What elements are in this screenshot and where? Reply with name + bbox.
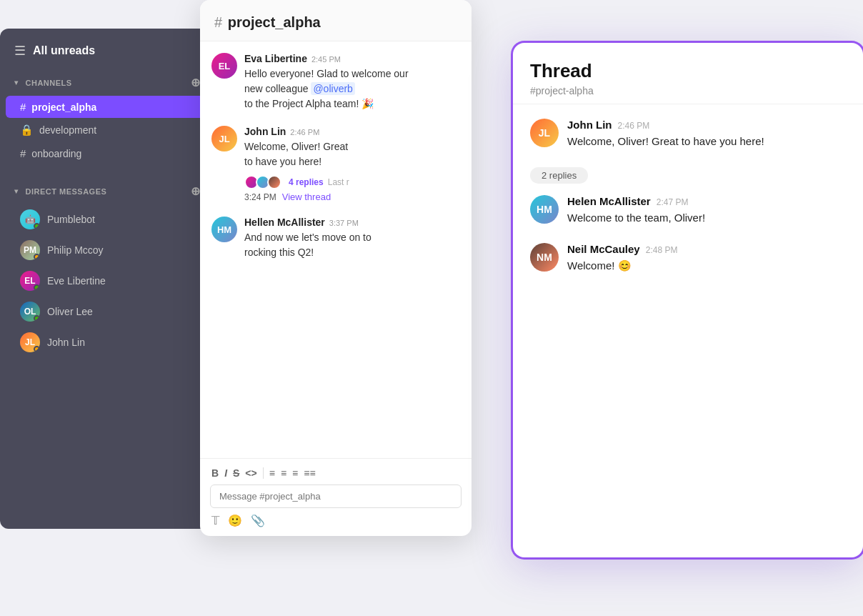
replies-count-pill: 2 replies — [530, 167, 588, 184]
list-item: NM Neil McCauley 2:48 PM Welcome! 😊 — [530, 243, 846, 274]
dm-arrow-icon: ▾ — [14, 187, 19, 195]
thread-msg-text-john: Welcome, Oliver! Great to have you here! — [567, 134, 846, 150]
add-channel-icon[interactable]: ⊕ — [191, 76, 201, 89]
status-pumblebot — [34, 223, 40, 229]
toolbar-divider — [263, 467, 264, 479]
sidebar-item-development[interactable]: 🔒 development — [6, 119, 209, 141]
msg-name-john: John Lin — [244, 126, 286, 137]
thread-channel-name: #project-alpha — [530, 85, 846, 96]
hash-icon-onboarding: # — [20, 147, 26, 159]
dm-item-philip[interactable]: PM Philip Mccoy — [6, 235, 209, 265]
avatar-neil-thread: NM — [530, 243, 559, 272]
thread-msg-text-neil: Welcome! 😊 — [567, 258, 846, 274]
msg-time-eva: 2:45 PM — [311, 55, 341, 64]
ordered-list-button[interactable]: ≡ — [281, 467, 286, 479]
message-content-eva: Eva Libertine 2:45 PM Hello everyone! Gl… — [244, 53, 460, 111]
attach-icon[interactable]: 📎 — [251, 514, 265, 527]
msg-time-john: 2:46 PM — [290, 128, 319, 136]
thread-preview: 4 replies Last r — [244, 175, 460, 189]
thread-msg-text-helen: Welcome to the team, Oliver! — [567, 210, 846, 227]
more-format-button[interactable]: ≡≡ — [304, 467, 315, 479]
emoji-icon[interactable]: 🙂 — [228, 514, 242, 527]
list-item: JL John Lin 2:46 PM Welcome, Oliver! Gre… — [530, 119, 846, 150]
code-button[interactable]: <> — [245, 467, 256, 479]
dm-item-eve[interactable]: EL Eve Libertine — [6, 266, 209, 296]
dm-item-john[interactable]: JL John Lin — [6, 327, 209, 357]
strikethrough-button[interactable]: S — [233, 467, 239, 479]
msg-name-eva: Eva Libertine — [244, 53, 307, 64]
sidebar-item-project-alpha[interactable]: # project_alpha — [6, 96, 209, 118]
italic-button[interactable]: I — [224, 467, 227, 479]
dm-item-oliver[interactable]: OL Oliver Lee — [6, 297, 209, 327]
channel-panel: # project_alpha EL Eva Libertine 2:45 PM… — [200, 0, 472, 536]
dm-name-john: John Lin — [47, 337, 85, 348]
thread-msg-content-neil: Neil McCauley 2:48 PM Welcome! 😊 — [567, 243, 846, 274]
list-button[interactable]: ≡ — [269, 467, 275, 479]
add-dm-icon[interactable]: ⊕ — [191, 184, 201, 198]
status-oliver — [34, 315, 40, 322]
channel-name-development: development — [39, 124, 96, 136]
thread-timestamp: 3:24 PM — [244, 192, 276, 202]
messages-list: EL Eva Libertine 2:45 PM Hello everyone!… — [200, 41, 472, 458]
channel-panel-title: # project_alpha — [214, 14, 457, 31]
dm-section-label: ▾ DIRECT MESSAGES ⊕ — [0, 179, 214, 204]
table-row: EL Eva Libertine 2:45 PM Hello everyone!… — [211, 53, 460, 111]
message-input[interactable] — [210, 485, 462, 508]
avatar-philip: PM — [20, 240, 40, 260]
status-philip — [34, 254, 40, 260]
thread-msg-name-john: John Lin — [567, 119, 612, 131]
thread-msg-name-neil: Neil McCauley — [567, 243, 640, 255]
thread-msg-time-john: 2:46 PM — [618, 121, 650, 131]
avatar-hellen-msg: HM — [211, 217, 237, 242]
thread-messages: JL John Lin 2:46 PM Welcome, Oliver! Gre… — [513, 104, 863, 557]
view-thread-link[interactable]: View thread — [282, 192, 331, 202]
table-row: HM Hellen McAllister 3:37 PM And now we … — [211, 217, 460, 260]
dm-item-pumblebot[interactable]: 🤖 Pumblebot — [6, 204, 209, 234]
msg-text-eva: Hello everyone! Glad to welcome ournew c… — [244, 66, 460, 111]
lock-icon: 🔒 — [20, 124, 34, 136]
dm-name-philip: Philip Mccoy — [47, 244, 104, 256]
input-actions: 𝕋 🙂 📎 — [210, 514, 462, 527]
dm-name-oliver: Oliver Lee — [47, 306, 93, 317]
dm-name-pumblebot: Pumblebot — [47, 214, 95, 225]
message-content-hellen: Hellen McAllister 3:37 PM And now we let… — [244, 217, 460, 260]
sidebar: ☰ All unreads ▾ CHANNELS ⊕ # project_alp… — [0, 29, 214, 529]
avatar-pumblebot: 🤖 — [20, 209, 40, 229]
thread-msg-name-helen: Helen McAllister — [567, 195, 651, 207]
input-toolbar: B I S <> ≡ ≡ ≡ ≡≡ — [210, 467, 462, 479]
thread-msg-content-john: John Lin 2:46 PM Welcome, Oliver! Great … — [567, 119, 846, 150]
sidebar-title: All unreads — [33, 44, 95, 57]
avatar-john-sidebar: JL — [20, 332, 40, 352]
channel-panel-header: # project_alpha — [200, 0, 472, 41]
avatar-john-thread: JL — [530, 119, 559, 147]
avatar-eve: EL — [20, 271, 40, 291]
hamburger-icon[interactable]: ☰ — [14, 43, 26, 59]
indent-button[interactable]: ≡ — [292, 467, 298, 479]
dm-name-eve: Eve Libertine — [47, 275, 106, 287]
channel-name-project-alpha: project_alpha — [31, 101, 96, 113]
channels-section-label: ▾ CHANNELS ⊕ — [0, 70, 214, 95]
msg-name-hellen: Hellen McAllister — [244, 217, 325, 228]
table-row: JL John Lin 2:46 PM Welcome, Oliver! Gre… — [211, 126, 460, 202]
hash-icon: # — [20, 101, 26, 113]
channel-name-onboarding: onboarding — [31, 148, 81, 159]
thread-replies-count: 4 replies — [289, 177, 324, 187]
avatar-helen-thread: HM — [530, 195, 559, 224]
status-eve — [34, 284, 40, 291]
text-format-icon[interactable]: 𝕋 — [211, 514, 219, 527]
message-content-john: John Lin 2:46 PM Welcome, Oliver! Greatt… — [244, 126, 460, 202]
avatar-eva-msg: EL — [211, 53, 237, 79]
avatar-oliver: OL — [20, 302, 40, 322]
thread-avatars — [244, 175, 284, 189]
thread-avatar-3 — [267, 175, 281, 189]
thread-msg-content-helen: Helen McAllister 2:47 PM Welcome to the … — [567, 195, 846, 227]
list-item: HM Helen McAllister 2:47 PM Welcome to t… — [530, 195, 846, 227]
mention-oliver: @oliverb — [311, 82, 354, 95]
msg-text-john: Welcome, Oliver! Greatto have you here! — [244, 139, 460, 169]
sidebar-item-onboarding[interactable]: # onboarding — [6, 142, 209, 164]
thread-panel: Thread #project-alpha JL John Lin 2:46 P… — [513, 43, 863, 557]
channels-arrow-icon: ▾ — [14, 79, 19, 86]
msg-time-hellen: 3:37 PM — [329, 219, 359, 227]
channel-hash-icon: # — [214, 14, 222, 30]
bold-button[interactable]: B — [211, 467, 219, 479]
